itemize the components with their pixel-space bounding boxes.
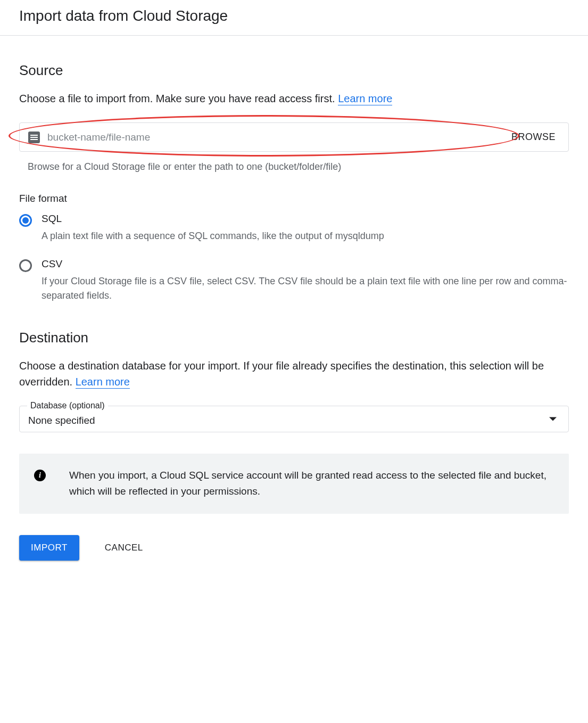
cancel-button[interactable]: CANCEL bbox=[101, 535, 147, 561]
import-button[interactable]: IMPORT bbox=[19, 535, 79, 561]
page-title: Import data from Cloud Storage bbox=[19, 7, 569, 24]
database-select[interactable]: Database (optional) None specified bbox=[19, 406, 569, 432]
radio-csv-label: CSV bbox=[42, 258, 569, 270]
radio-sql[interactable] bbox=[19, 214, 32, 227]
file-format-option-sql[interactable]: SQL A plain text file with a sequence of… bbox=[19, 213, 569, 243]
file-format-heading: File format bbox=[19, 193, 569, 204]
radio-csv-desc: If your Cloud Storage file is a CSV file… bbox=[42, 274, 569, 303]
radio-sql-desc: A plain text file with a sequence of SQL… bbox=[42, 229, 569, 243]
destination-learn-more-link[interactable]: Learn more bbox=[76, 376, 130, 389]
source-heading: Source bbox=[19, 62, 569, 79]
source-learn-more-link[interactable]: Learn more bbox=[338, 93, 392, 105]
info-note: i When you import, a Cloud SQL service a… bbox=[19, 454, 569, 514]
destination-description: Choose a destination database for your i… bbox=[19, 358, 569, 390]
source-helper-text: Browse for a Cloud Storage file or enter… bbox=[28, 161, 569, 172]
chevron-down-icon bbox=[549, 417, 557, 421]
source-file-field[interactable]: BROWSE bbox=[19, 122, 569, 152]
radio-csv[interactable] bbox=[19, 259, 32, 272]
database-select-value: None specified bbox=[28, 415, 95, 426]
destination-heading: Destination bbox=[19, 330, 569, 346]
source-description: Choose a file to import from. Make sure … bbox=[19, 91, 569, 106]
info-icon: i bbox=[34, 470, 46, 481]
source-desc-text: Choose a file to import from. Make sure … bbox=[19, 93, 338, 104]
database-select-label: Database (optional) bbox=[27, 401, 108, 410]
browse-button[interactable]: BROWSE bbox=[507, 129, 560, 145]
source-file-input[interactable] bbox=[47, 132, 507, 143]
button-row: IMPORT CANCEL bbox=[19, 535, 569, 561]
radio-sql-label: SQL bbox=[42, 213, 569, 225]
file-format-option-csv[interactable]: CSV If your Cloud Storage file is a CSV … bbox=[19, 258, 569, 303]
title-bar: Import data from Cloud Storage bbox=[0, 0, 588, 36]
file-icon bbox=[28, 132, 40, 143]
info-text: When you import, a Cloud SQL service acc… bbox=[69, 467, 554, 500]
